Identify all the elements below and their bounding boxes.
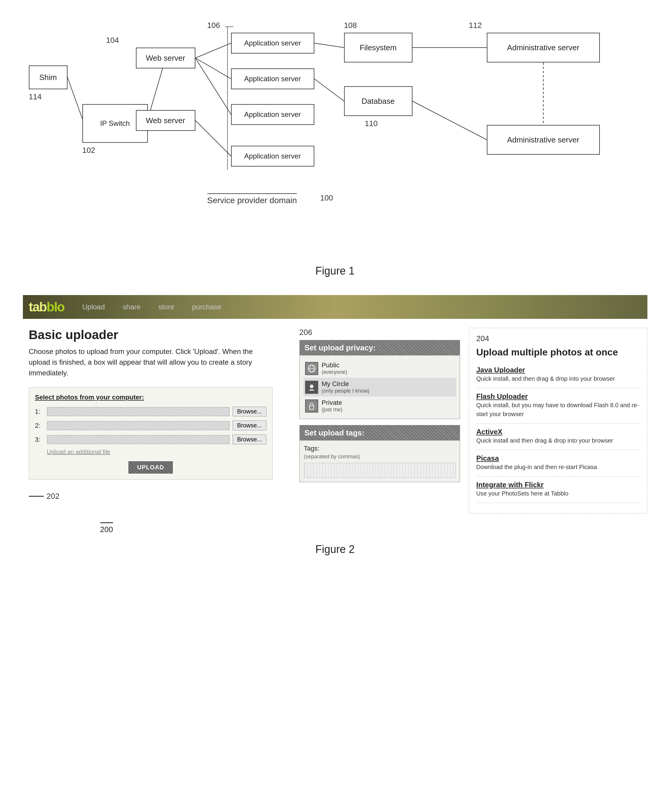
private-icon	[305, 399, 318, 413]
figure2-right-panel: 204 Upload multiple photos at once Java …	[469, 328, 647, 513]
figure2-caption: Figure 2	[12, 543, 658, 556]
tags-box-title: Set upload tags:	[300, 425, 460, 440]
privacy-option-private[interactable]: Private (just me)	[303, 396, 456, 415]
basic-uploader-title: Basic uploader	[29, 328, 284, 342]
svg-line-3	[195, 43, 231, 58]
upload-option-picasa: Picasa Download the plug-in and then re-…	[476, 454, 640, 472]
appserver-2-box: Application server	[231, 68, 314, 89]
svg-line-7	[314, 43, 344, 47]
figure2-main-content: Basic uploader Choose photos to upload f…	[23, 319, 647, 522]
basic-uploader-description: Choose photos to upload from your comput…	[29, 346, 273, 378]
appserver-4-box: Application server	[231, 146, 314, 167]
file-row-2-num: 2:	[35, 422, 44, 430]
shim-label-num: 114	[29, 92, 42, 102]
public-icon	[305, 362, 318, 375]
domain-num: 100	[320, 193, 333, 203]
filesystem-box: Filesystem	[344, 33, 413, 63]
upload-additional-link[interactable]: Upload an additional file	[47, 448, 266, 455]
file-input-3[interactable]	[47, 435, 230, 444]
mycircle-icon	[305, 381, 318, 394]
database-num: 110	[365, 119, 378, 128]
tags-input-field[interactable]	[304, 463, 455, 478]
figure1-diagram: Shim 114 IP Switch 102 Web server 104 We…	[23, 18, 647, 262]
figure2-ref-206: 206	[299, 328, 312, 337]
svg-line-10	[413, 101, 487, 140]
file-input-1[interactable]	[47, 407, 230, 416]
file-row-3-num: 3:	[35, 436, 44, 443]
privacy-mycircle-label: My Circle	[322, 380, 370, 388]
tabblo-header: tabblo Upload share store purchase	[23, 295, 647, 319]
ipswitch-label-num: 102	[82, 146, 95, 155]
upload-option-flickr: Integrate with Flickr Use your PhotoSets…	[476, 480, 640, 498]
domain-label: Service provider domain	[207, 193, 297, 205]
upload-option-picasa-name: Picasa	[476, 454, 640, 462]
tags-box-content: Tags: (separated by commas)	[300, 440, 460, 482]
upload-option-java-desc: Quick install, and then drag & drop into…	[476, 374, 640, 383]
webserver-top-box: Web server	[136, 47, 195, 68]
upload-option-flickr-desc: Use your PhotoSets here at Tabblo	[476, 489, 640, 498]
nav-tab-upload[interactable]: Upload	[73, 295, 113, 319]
figure1-caption: Figure 1	[12, 265, 658, 277]
divider-5	[476, 502, 640, 503]
appserver-1-box: Application server	[231, 33, 314, 54]
select-photos-box: Select photos from your computer: 1: Bro…	[29, 387, 273, 480]
figure2-ref-200: 200	[100, 522, 113, 534]
upload-option-activex-name: ActiveX	[476, 428, 640, 436]
svg-line-6	[195, 120, 231, 156]
upload-submit-button[interactable]: UPLOAD	[129, 461, 173, 474]
svg-line-4	[195, 58, 231, 79]
nav-tabs: Upload share store purchase	[73, 295, 230, 319]
privacy-option-mycircle[interactable]: My Circle (only people I know)	[303, 378, 456, 396]
figure2-middle-panel: 206 Set upload privacy:	[299, 328, 460, 513]
select-photos-title: Select photos from your computer:	[35, 394, 266, 401]
upload-option-activex: ActiveX Quick install and then drag & dr…	[476, 428, 640, 445]
figure2-left-panel: Basic uploader Choose photos to upload f…	[23, 328, 291, 513]
upload-option-activex-desc: Quick install and then drag & drop into …	[476, 436, 640, 445]
file-row-1: 1: Browse...	[35, 407, 266, 416]
svg-line-0	[68, 77, 82, 119]
privacy-private-label: Private	[322, 399, 343, 407]
figure2-ref-204: 204	[476, 334, 489, 343]
browse-button-2[interactable]: Browse...	[233, 421, 266, 430]
figure2-wrapper: tabblo Upload share store purchase Basic…	[23, 295, 647, 534]
divider-4	[476, 476, 640, 477]
svg-line-8	[314, 79, 344, 101]
svg-line-5	[195, 58, 231, 115]
upload-option-flash-name: Flash Uploader	[476, 392, 640, 401]
upload-option-java-name: Java Uploader	[476, 366, 640, 374]
divider-1	[476, 388, 640, 388]
privacy-box-content: Public (everyone) My C	[300, 355, 460, 419]
file-row-3: 3: Browse...	[35, 435, 266, 444]
appserver-3-box: Application server	[231, 104, 314, 125]
filesystem-num: 108	[344, 21, 357, 30]
browse-button-1[interactable]: Browse...	[233, 407, 266, 416]
upload-option-java: Java Uploader Quick install, and then dr…	[476, 366, 640, 383]
upload-option-flash: Flash Uploader Quick install, but you ma…	[476, 392, 640, 418]
adminserver-top-box: Administrative server	[487, 33, 600, 63]
nav-tab-purchase[interactable]: purchase	[183, 295, 230, 319]
upload-option-flash-desc: Quick install, but you may have to downl…	[476, 401, 640, 418]
file-input-2[interactable]	[47, 421, 230, 430]
privacy-option-public[interactable]: Public (everyone)	[303, 359, 456, 378]
privacy-mycircle-sub: (only people I know)	[322, 388, 370, 394]
right-panel-title: Upload multiple photos at once	[476, 346, 640, 359]
upload-option-flickr-name: Integrate with Flickr	[476, 480, 640, 489]
tags-label: Tags:	[304, 445, 455, 452]
figure2-ref-202: 202	[47, 492, 59, 501]
privacy-box: Set upload privacy: Public	[299, 340, 460, 419]
svg-rect-18	[310, 406, 314, 409]
nav-tab-share[interactable]: share	[114, 295, 150, 319]
file-row-1-num: 1:	[35, 408, 44, 416]
appserver-group-num: 106	[207, 21, 220, 30]
adminserver-bottom-box: Administrative server	[487, 125, 600, 155]
tags-box: Set upload tags: Tags: (separated by com…	[299, 425, 460, 482]
browse-button-3[interactable]: Browse...	[233, 435, 266, 444]
file-row-2: 2: Browse...	[35, 421, 266, 430]
webserver-num-label: 104	[106, 36, 119, 45]
privacy-box-title: Set upload privacy:	[300, 340, 460, 355]
upload-option-picasa-desc: Download the plug-in and then re-start P…	[476, 462, 640, 472]
nav-tab-store[interactable]: store	[150, 295, 183, 319]
privacy-public-label: Public	[322, 361, 347, 369]
privacy-private-sub: (just me)	[322, 407, 343, 413]
privacy-public-sub: (everyone)	[322, 369, 347, 376]
